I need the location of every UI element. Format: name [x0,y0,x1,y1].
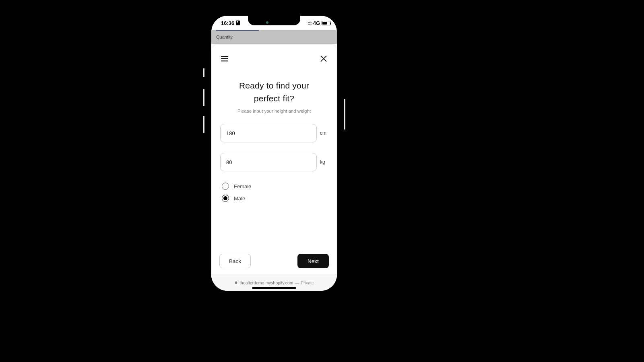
sim-icon [236,21,240,25]
weight-unit: kg [320,159,328,165]
modal-header [219,52,329,66]
modal-actions: Back Next [219,245,329,268]
lock-icon [234,281,238,284]
home-indicator[interactable] [252,287,296,289]
stage: 16:36 :::: 4G Quantity [0,0,644,362]
background-quantity-row: Quantity [211,30,337,44]
hamburger-icon [220,54,229,63]
radio-label-male: Male [234,195,245,202]
status-time: 16:36 [221,20,234,26]
radio-female[interactable]: Female [222,183,329,190]
weight-row: kg [220,153,328,171]
modal-title: Ready to find your perfect fit? [219,79,329,105]
phone-notch [248,16,300,25]
close-icon [319,54,328,63]
modal-title-line1: Ready to find your [219,79,329,92]
battery-icon [322,21,330,25]
height-unit: cm [320,130,328,136]
device-volume-up [203,89,204,106]
device-power-button [344,99,345,130]
browser-mode: Private [301,280,314,285]
menu-button[interactable] [219,53,230,64]
device-volume-down [203,116,204,133]
height-row: cm [220,124,328,142]
radio-label-female: Female [234,183,251,189]
back-button[interactable]: Back [219,254,251,268]
device-side-button [203,68,204,77]
close-button[interactable] [318,53,329,64]
network-label: 4G [313,20,320,26]
weight-input[interactable] [220,153,317,171]
fit-modal: Ready to find your perfect fit? Please i… [212,45,336,274]
radio-icon [222,195,229,202]
radio-male[interactable]: Male [222,195,329,202]
modal-title-line2: perfect fit? [219,92,329,105]
radio-icon [222,183,229,190]
gender-radios: Female Male [219,183,329,202]
fields: cm kg [219,124,329,171]
browser-domain: thealterdemo.myshopify.com [239,280,293,285]
phone-frame: 16:36 :::: 4G Quantity [210,14,339,292]
phone-screen: 16:36 :::: 4G Quantity [211,16,337,291]
camera-indicator-icon [266,21,268,24]
modal-subtitle: Please input your height and weight [219,109,329,113]
browser-separator: — [295,280,299,285]
signal-icon: :::: [308,21,311,25]
height-input[interactable] [220,124,317,142]
next-button[interactable]: Next [297,254,329,268]
quantity-label: Quantity [216,35,233,39]
